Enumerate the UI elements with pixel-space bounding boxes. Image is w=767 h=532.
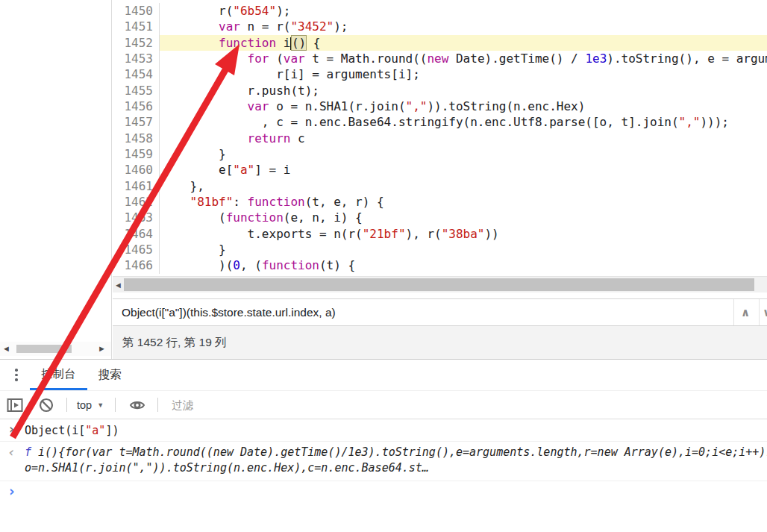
result-chevron-icon: ‹ [7,444,16,460]
scroll-left-icon[interactable]: ◄ [2,343,10,354]
navigator-hscrollbar[interactable]: ◄ ► [0,342,111,356]
prompt-chevron-icon: › [7,483,16,499]
result-line-2: o=n.SHA1(r.join(",")).toString(n.enc.Hex… [25,460,767,476]
divider [66,398,67,412]
line-number[interactable]: 1465 [113,242,160,257]
drawer: 控制台 搜索 top ▼ [0,359,767,532]
devtools-window: ◄ ► 1450 r("6b54");1451 var n = r("3452"… [0,0,767,532]
divider [733,299,734,325]
function-f: f [25,445,38,459]
context-label: top [77,399,92,411]
code-line[interactable]: 1461 }, [113,178,767,194]
block-icon [39,398,54,413]
chevron-down-icon: ▼ [97,401,104,409]
code-line[interactable]: 1457 , c = n.enc.Base64.stringify(n.enc.… [113,114,767,130]
line-number[interactable]: 1457 [113,114,160,130]
code-line[interactable]: 1458 return c [113,131,767,146]
eye-icon [129,398,145,412]
console-result-row[interactable]: ‹ f i(){for(var t=Math.round((new Date).… [0,442,767,481]
navigator-panel: ◄ ► [0,0,112,359]
code-line[interactable]: 1464 t.exports = n(r("21bf"), r("38ba")) [113,226,767,242]
code-line[interactable]: 1460 e["a"] = i [113,162,767,178]
line-number[interactable]: 1464 [113,226,160,242]
context-selector[interactable]: top ▼ [77,399,104,411]
console-sidebar-toggle-button[interactable] [7,398,23,413]
line-number[interactable]: 1459 [113,146,160,162]
code-line[interactable]: 1466 )(0, (function(t) { [113,257,767,273]
editor-hscrollbar[interactable]: ◄ [113,276,767,292]
sidebar-toggle-icon [7,398,23,413]
code-line[interactable]: 1465 } [113,242,767,257]
line-number[interactable]: 1455 [113,83,160,98]
line-column-text: 第 1452 行, 第 19 列 [122,335,227,351]
search-previous-button[interactable]: ∧ [736,299,755,325]
line-number[interactable]: 1461 [113,178,160,194]
code-editor[interactable]: 1450 r("6b54");1451 var n = r("3452");14… [113,0,767,276]
line-number[interactable]: 1463 [113,210,160,225]
code-line[interactable]: 1463 (function(e, n, i) { [113,210,767,225]
console-messages: › Object(i["a"]) ‹ f i(){for(var t=Math.… [0,419,767,504]
code-line[interactable]: 1450 r("6b54"); [113,3,767,19]
code-line[interactable]: 1452 function i() { [113,35,767,51]
command-text: Object(i["a"]) [25,424,119,437]
editor-scroll-thumb[interactable] [124,278,754,291]
scroll-right-icon[interactable]: ► [98,343,106,354]
line-number[interactable]: 1462 [113,194,160,210]
clear-console-button[interactable] [39,398,54,413]
live-expression-button[interactable] [129,398,145,412]
line-number[interactable]: 1466 [113,257,160,273]
line-number[interactable]: 1452 [113,35,160,51]
divider [115,398,116,412]
line-number[interactable]: 1458 [113,131,160,146]
scroll-left-icon[interactable]: ◄ [114,279,122,291]
code-line[interactable]: 1454 r[i] = arguments[i]; [113,66,767,82]
tab-console[interactable]: 控制台 [30,360,87,390]
line-number[interactable]: 1450 [113,3,160,19]
search-bar: ∧ ∨ [113,298,767,326]
code-line[interactable]: 1451 var n = r("3452"); [113,19,767,34]
code-line[interactable]: 1462 "81bf": function(t, e, r) { [113,194,767,210]
code-line[interactable]: 1455 r.push(t); [113,83,767,98]
cursor-position-status: 第 1452 行, 第 19 列 [113,326,767,359]
code-line[interactable]: 1453 for (var t = Math.round((new Date).… [113,51,767,66]
line-number[interactable]: 1453 [113,51,160,66]
result-line-1: f i(){for(var t=Math.round((new Date).ge… [25,445,767,460]
drawer-tabbar: 控制台 搜索 [0,360,767,391]
code-line[interactable]: 1456 var o = n.SHA1(r.join(",")).toStrin… [113,98,767,114]
console-filter-input[interactable] [170,398,367,412]
search-next-button[interactable]: ∨ [758,299,767,325]
line-number[interactable]: 1456 [113,98,160,114]
divider [157,398,158,412]
console-command-row[interactable]: › Object(i["a"]) [0,419,767,442]
navigator-scroll-thumb[interactable] [16,345,72,353]
line-number[interactable]: 1451 [113,19,160,34]
tab-search[interactable]: 搜索 [87,360,133,390]
drawer-menu-icon[interactable] [7,360,26,390]
console-prompt[interactable]: › [0,481,767,504]
line-number[interactable]: 1454 [113,66,160,82]
search-input[interactable] [113,299,733,325]
console-toolbar: top ▼ [0,391,767,419]
line-number[interactable]: 1460 [113,162,160,178]
code-line[interactable]: 1459 } [113,146,767,162]
command-chevron-icon: › [7,422,16,436]
